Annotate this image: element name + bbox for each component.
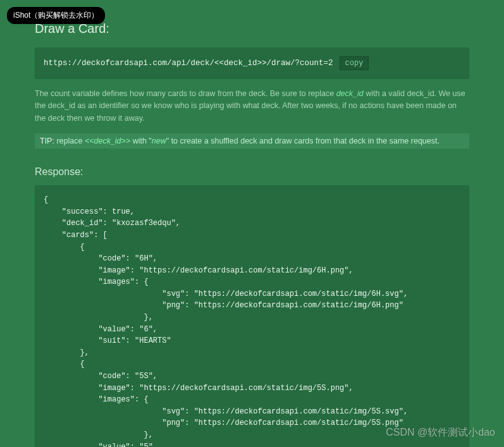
- description-highlight: deck_id: [336, 89, 364, 98]
- url-box: https://deckofcardsapi.com/api/deck/<<de…: [35, 47, 469, 79]
- description-pre: The count variable defines how many card…: [35, 89, 336, 98]
- tip-label: TIP:: [40, 137, 54, 145]
- csdn-watermark: CSDN @软件测试小dao: [386, 426, 495, 439]
- tip-highlight-1: <<deck_id>>: [85, 137, 130, 145]
- response-heading: Response:: [35, 166, 469, 178]
- tip-post: " to create a shuffled deck and draw car…: [166, 137, 439, 145]
- description-paragraph: The count variable defines how many card…: [35, 88, 469, 125]
- main-content: Draw a Card: https://deckofcardsapi.com/…: [0, 0, 504, 447]
- tip-mid: with ": [130, 137, 152, 145]
- ishot-watermark-badge: iShot（购买解锁去水印）: [7, 7, 105, 24]
- tip-pre: replace: [54, 137, 85, 145]
- section-title: Draw a Card:: [35, 21, 469, 36]
- tip-highlight-2: new: [152, 137, 166, 145]
- response-code-block: { "success": true, "deck_id": "kxozasf3e…: [35, 185, 469, 447]
- api-url-text: https://deckofcardsapi.com/api/deck/<<de…: [44, 59, 333, 68]
- tip-box: TIP: replace <<deck_id>> with "new" to c…: [35, 133, 469, 149]
- copy-button[interactable]: copy: [340, 56, 369, 70]
